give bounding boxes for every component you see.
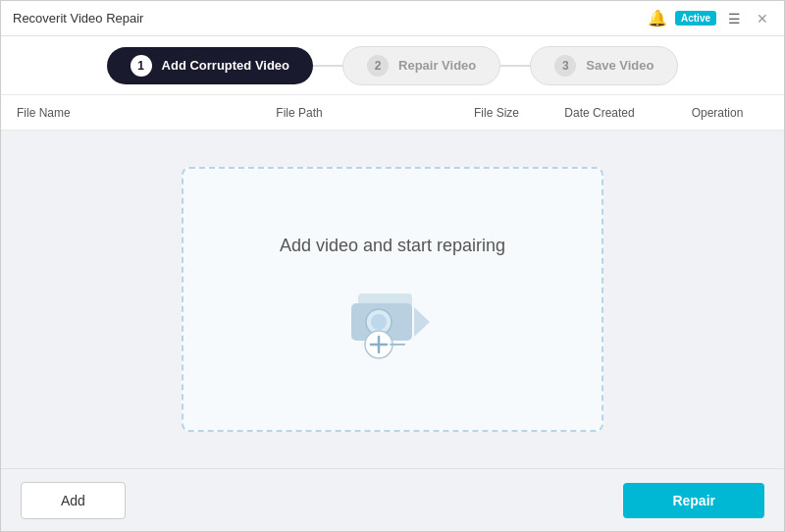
col-header-file-name: File Name xyxy=(9,106,146,120)
title-bar: Recoverit Video Repair 🔔 Active ☰ ✕ xyxy=(1,1,784,36)
step-2-number: 2 xyxy=(367,55,389,77)
notification-icon[interactable]: 🔔 xyxy=(648,9,667,27)
bottom-bar: Add Repair xyxy=(1,468,784,531)
close-icon[interactable]: ✕ xyxy=(753,9,772,28)
title-bar-left: Recoverit Video Repair xyxy=(13,11,143,26)
svg-point-3 xyxy=(371,314,387,330)
col-header-operation: Operation xyxy=(658,106,776,120)
col-header-date-created: Date Created xyxy=(541,106,658,120)
steps-bar: 1 Add Corrupted Video 2 Repair Video 3 S… xyxy=(1,36,784,95)
drop-zone-text: Add video and start repairing xyxy=(280,236,505,256)
step-3-number: 3 xyxy=(554,55,576,77)
menu-icon[interactable]: ☰ xyxy=(724,9,745,28)
svg-marker-4 xyxy=(414,307,430,337)
col-header-file-path: File Path xyxy=(146,106,452,120)
step-3-label: Save Video xyxy=(586,58,654,73)
active-badge: Active xyxy=(675,11,716,26)
step-3[interactable]: 3 Save Video xyxy=(530,46,678,85)
table-header: File Name File Path File Size Date Creat… xyxy=(1,95,784,131)
drop-zone[interactable]: Add video and start repairing xyxy=(182,167,603,432)
step-2-label: Repair Video xyxy=(398,58,476,73)
step-2[interactable]: 2 Repair Video xyxy=(342,46,500,85)
title-bar-right: 🔔 Active ☰ ✕ xyxy=(648,9,772,28)
step-1-label: Add Corrupted Video xyxy=(162,58,289,73)
step-1-number: 1 xyxy=(131,55,152,77)
step-connector-1 xyxy=(313,65,342,67)
add-button[interactable]: Add xyxy=(21,482,126,519)
main-content: Add video and start repairing xyxy=(1,131,784,468)
repair-button[interactable]: Repair xyxy=(623,483,764,518)
col-header-file-size: File Size xyxy=(452,106,541,120)
app-title: Recoverit Video Repair xyxy=(13,11,143,26)
add-video-icon xyxy=(334,276,451,364)
step-connector-2 xyxy=(500,65,530,67)
step-1[interactable]: 1 Add Corrupted Video xyxy=(107,47,313,84)
